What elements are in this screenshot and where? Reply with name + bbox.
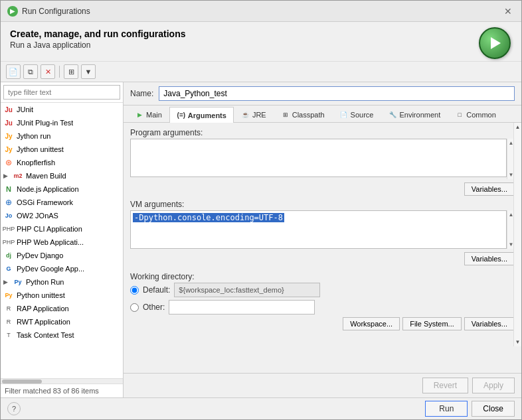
delete-button[interactable]: ✕	[41, 64, 55, 79]
header-subtitle: Run a Java application	[10, 40, 512, 50]
sidebar-item-task-context[interactable]: T Task Context Test	[1, 328, 123, 342]
main-tab-icon: ▶	[135, 110, 144, 119]
junit-icon: Ju	[3, 104, 14, 115]
panel-scroll-up[interactable]: ▲	[514, 123, 521, 131]
sidebar-item-python-run[interactable]: ▶ Py Python Run	[1, 275, 123, 289]
pydev-django-icon: dj	[3, 250, 14, 261]
sidebar-item-php-cli[interactable]: PHP PHP CLI Application	[1, 222, 123, 236]
name-label: Name:	[130, 89, 153, 98]
close-button[interactable]: Close	[472, 401, 515, 417]
window-icon: ▶	[7, 6, 18, 17]
tab-main[interactable]: ▶ Main	[128, 107, 169, 122]
task-context-icon: T	[3, 330, 14, 340]
apply-button[interactable]: Apply	[472, 378, 515, 393]
ow2jonas-icon: Jo	[3, 210, 14, 221]
tab-main-label: Main	[146, 111, 162, 119]
workspace-button[interactable]: Workspace...	[343, 317, 400, 330]
name-input[interactable]	[159, 86, 515, 101]
filter-button[interactable]: ⊞	[64, 64, 78, 79]
program-args-section: Program arguments: ▲ ▼ Variables...	[130, 128, 515, 196]
panel-scroll-down[interactable]: ▼	[514, 338, 521, 346]
working-dir-label: Working directory:	[130, 272, 515, 281]
junit-plugin-icon: Ju	[3, 117, 14, 128]
pydev-google-icon: G	[3, 263, 14, 274]
tab-source-label: Source	[351, 111, 374, 119]
sidebar-item-python-unittest[interactable]: Py Python unittest	[1, 289, 123, 302]
sidebar-item-label: Node.js Application	[17, 185, 79, 193]
header-title: Create, manage, and run configurations	[10, 29, 512, 39]
filter-box	[1, 82, 123, 103]
sidebar-item-ow2jonas[interactable]: Jo OW2 JOnAS	[1, 209, 123, 222]
right-panel: Name: ▶ Main (=) Arguments ☕ JRE ⊞	[124, 82, 521, 397]
sidebar-list: Ju JUnit Ju JUnit Plug-in Test Jy Jython…	[1, 103, 123, 378]
sidebar-item-label: OSGi Framework	[17, 198, 73, 206]
tabs-bar: ▶ Main (=) Arguments ☕ JRE ⊞ Classpath 📄	[124, 105, 521, 123]
sidebar-item-label: JUnit	[17, 105, 33, 113]
osgi-icon: ⊕	[3, 197, 14, 208]
sidebar-item-maven[interactable]: ▶ m2 Maven Build	[1, 169, 123, 182]
run-button[interactable]: Run	[425, 401, 468, 417]
sidebar-item-php-web[interactable]: PHP PHP Web Applicati...	[1, 236, 123, 249]
collapse-button[interactable]: ▼	[81, 64, 96, 79]
tab-environment[interactable]: 🔧 Environment	[381, 107, 448, 122]
tab-arguments[interactable]: (=) Arguments	[169, 107, 234, 123]
program-args-container: ▲ ▼	[130, 139, 515, 179]
source-tab-icon: 📄	[339, 110, 349, 119]
python-unittest-icon: Py	[3, 290, 14, 301]
tab-source[interactable]: 📄 Source	[332, 107, 381, 122]
sidebar-item-label: PHP Web Applicati...	[17, 238, 84, 246]
vm-args-variables-button[interactable]: Variables...	[464, 252, 515, 265]
help-button[interactable]: ?	[7, 402, 21, 415]
sidebar-item-label: JUnit Plug-in Test	[17, 119, 73, 127]
sidebar-item-label: PHP CLI Application	[17, 225, 82, 233]
other-dir-input[interactable]	[169, 300, 315, 315]
arguments-panel: Program arguments: ▲ ▼ Variables... VM	[124, 123, 521, 373]
sidebar: Ju JUnit Ju JUnit Plug-in Test Jy Jython…	[1, 82, 124, 397]
sidebar-item-pydev-django[interactable]: dj PyDev Django	[1, 249, 123, 262]
sidebar-item-rwt[interactable]: R RWT Application	[1, 315, 123, 328]
sidebar-item-jython-run[interactable]: Jy Jython run	[1, 129, 123, 143]
tab-jre-label: JRE	[252, 111, 266, 119]
vm-args-label: VM arguments:	[130, 200, 515, 209]
program-args-label: Program arguments:	[130, 128, 515, 137]
python-run-icon: Py	[13, 277, 23, 287]
jython-unittest-icon: Jy	[3, 144, 14, 155]
php-cli-icon: PHP	[3, 224, 14, 234]
filesystem-button[interactable]: File System...	[402, 317, 462, 330]
close-window-button[interactable]: ✕	[501, 5, 515, 18]
tab-common[interactable]: □ Common	[448, 107, 503, 122]
default-radio[interactable]	[130, 286, 139, 295]
toolbar-sep-1	[59, 66, 60, 78]
sidebar-item-label: PyDev Django	[17, 251, 63, 259]
program-args-variables-button[interactable]: Variables...	[464, 182, 515, 196]
filter-input[interactable]	[3, 85, 120, 100]
window-title: Run Configurations	[22, 7, 90, 16]
run-large-button[interactable]	[479, 27, 511, 59]
variables2-button[interactable]: Variables...	[464, 317, 515, 330]
sidebar-footer: Filter matched 83 of 86 items	[1, 384, 123, 397]
sidebar-item-junit-plugin[interactable]: Ju JUnit Plug-in Test	[1, 116, 123, 129]
scrollbar-thumb	[2, 380, 42, 384]
knopflerfish-icon: ⊛	[3, 157, 14, 168]
program-args-input[interactable]	[130, 139, 507, 177]
new-config-button[interactable]: 📄	[6, 64, 21, 79]
default-radio-row: Default:	[130, 283, 515, 297]
revert-button[interactable]: Revert	[422, 378, 468, 393]
sidebar-item-junit[interactable]: Ju JUnit	[1, 103, 123, 116]
other-radio[interactable]	[130, 303, 139, 312]
other-radio-label: Other:	[143, 303, 165, 312]
sidebar-item-jython-unittest[interactable]: Jy Jython unittest	[1, 143, 123, 156]
tab-environment-label: Environment	[399, 111, 440, 119]
tab-jre[interactable]: ☕ JRE	[234, 107, 274, 122]
sidebar-item-osgi[interactable]: ⊕ OSGi Framework	[1, 196, 123, 209]
sidebar-item-knopflerfish[interactable]: ⊛ Knopflerfish	[1, 156, 123, 169]
tab-common-label: Common	[466, 111, 496, 119]
sidebar-scrollbar[interactable]	[1, 378, 123, 384]
sidebar-item-label: Maven Build	[26, 172, 66, 180]
sidebar-item-rap[interactable]: R RAP Application	[1, 302, 123, 315]
duplicate-button[interactable]: ⧉	[23, 64, 38, 79]
sidebar-item-nodejs[interactable]: N Node.js Application	[1, 182, 123, 196]
tab-classpath[interactable]: ⊞ Classpath	[274, 107, 332, 122]
vm-args-display: -Dpython.console.encoding=UTF-8	[130, 210, 507, 249]
sidebar-item-pydev-google[interactable]: G PyDev Google App...	[1, 262, 123, 275]
